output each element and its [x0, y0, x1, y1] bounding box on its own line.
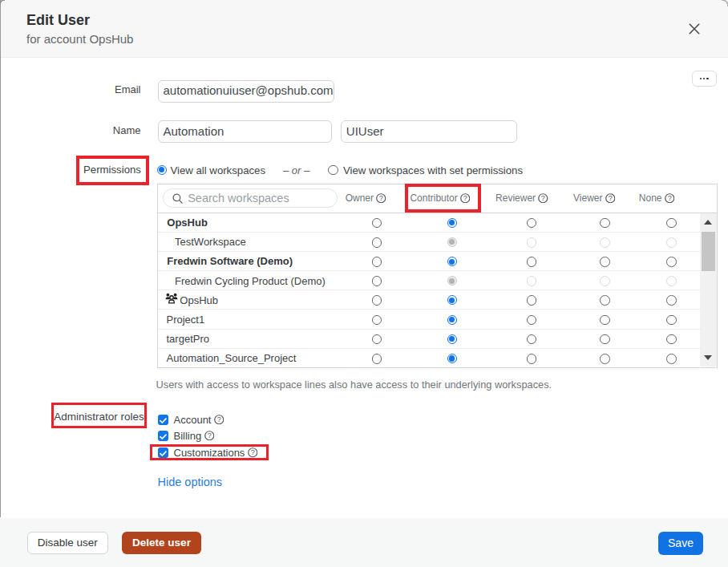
svg-text:?: ? [608, 194, 612, 202]
svg-text:?: ? [379, 194, 383, 202]
svg-text:?: ? [207, 431, 211, 439]
svg-text:?: ? [541, 194, 545, 202]
svg-text:?: ? [667, 194, 671, 202]
svg-text:?: ? [217, 415, 221, 423]
